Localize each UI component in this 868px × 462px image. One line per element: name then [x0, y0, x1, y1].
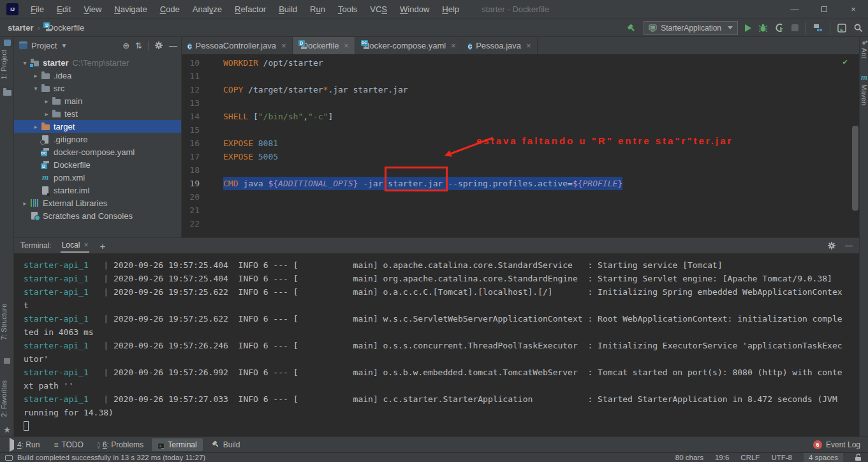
- search-everywhere-icon[interactable]: [853, 23, 863, 33]
- tree-collapsed-icon[interactable]: ▸: [31, 72, 40, 79]
- tree-item-main[interactable]: ▸main: [14, 94, 181, 107]
- tool-button-favorites[interactable]: 2: Favorites: [0, 380, 13, 417]
- menu-item-analyze[interactable]: Analyze: [187, 2, 228, 17]
- status-item-crlf[interactable]: CRLF: [740, 454, 760, 461]
- tool-button-maven[interactable]: Maven: [860, 84, 868, 105]
- breadcrumb-project[interactable]: starter: [8, 23, 33, 33]
- menu-item-run[interactable]: Run: [304, 2, 331, 17]
- editor[interactable]: 10111213141516171819202122 WORKDIR /opt/…: [182, 54, 859, 237]
- status-item-4-spaces[interactable]: 4 spaces: [804, 453, 843, 462]
- new-session-button[interactable]: +: [99, 241, 105, 251]
- annotation-text: estava faltando u "R" entre sta"r"ter.ja…: [476, 135, 733, 147]
- status-item-80-chars[interactable]: 80 chars: [675, 454, 703, 461]
- tree-item-starter[interactable]: ▾starterC:\Temp\starter: [14, 56, 181, 69]
- menu-item-code[interactable]: Code: [154, 2, 186, 17]
- bottom-tab-build[interactable]: Build: [205, 438, 246, 452]
- menu-item-help[interactable]: Help: [436, 2, 465, 17]
- unlocked-padlock-icon[interactable]: [855, 453, 862, 462]
- bottom-tab-6-problems[interactable]: !6: Problems: [92, 438, 149, 451]
- project-structure-icon[interactable]: [813, 23, 823, 33]
- run-with-coverage-button[interactable]: [775, 23, 784, 33]
- stop-button[interactable]: [791, 24, 798, 31]
- code-token: CMD: [223, 179, 238, 188]
- status-item-utf-8[interactable]: UTF-8: [771, 454, 792, 461]
- project-panel-title[interactable]: Project: [31, 41, 57, 50]
- run-tool-window-icon[interactable]: [837, 24, 846, 33]
- bottom-tab-terminal[interactable]: ›_Terminal: [152, 438, 203, 451]
- bottom-tab-label: Build: [223, 440, 240, 449]
- chevron-down-icon[interactable]: ▼: [61, 42, 67, 49]
- editor-scrollbar[interactable]: [852, 126, 858, 211]
- menu-item-view[interactable]: View: [78, 2, 107, 17]
- tree-item-dockerfile[interactable]: DDockerfile: [14, 158, 181, 171]
- build-hammer-icon[interactable]: [626, 23, 636, 33]
- tree-item-pom-xml[interactable]: mpom.xml: [14, 171, 181, 184]
- locate-file-icon[interactable]: ⊕: [122, 41, 129, 50]
- menu-item-window[interactable]: Window: [394, 2, 435, 17]
- tree-item-target[interactable]: ▸target: [14, 120, 181, 133]
- menu-item-refactor[interactable]: Refactor: [229, 2, 272, 17]
- toolwindow-toggle-icon[interactable]: [5, 455, 13, 461]
- run-button[interactable]: [745, 24, 751, 32]
- terminal-cursor[interactable]: [24, 421, 29, 431]
- minimize-button[interactable]: —: [780, 0, 809, 19]
- debug-button[interactable]: [758, 23, 768, 33]
- terminal-output[interactable]: starter-api_1 | 2020-09-26 19:57:25.404 …: [14, 253, 859, 436]
- collapse-all-icon[interactable]: ⇅: [135, 41, 142, 50]
- tree-collapsed-icon[interactable]: ▸: [31, 123, 40, 130]
- inspections-ok-icon[interactable]: ✔: [842, 55, 848, 68]
- hide-panel-icon[interactable]: —: [845, 241, 853, 250]
- tree-item-gitignore[interactable]: .gitignore: [14, 133, 181, 145]
- tree-item-idea[interactable]: ▸.idea: [14, 69, 181, 82]
- tool-button-project[interactable]: 1: Project: [0, 50, 13, 79]
- structure-icon[interactable]: [3, 357, 11, 365]
- menu-item-vcs[interactable]: VCS: [364, 2, 393, 17]
- run-configuration-select[interactable]: StarterApplication: [644, 21, 738, 35]
- tree-item-external-libraries[interactable]: ▸External Libraries: [14, 197, 181, 209]
- tree-collapsed-icon[interactable]: ▸: [20, 200, 29, 207]
- bottom-tab-4-run[interactable]: 4: Run: [4, 438, 45, 451]
- status-item-19-6[interactable]: 19:6: [715, 454, 729, 461]
- tree-item-starter-iml[interactable]: starter.iml: [14, 184, 181, 197]
- tree-item-src[interactable]: ▾src: [14, 82, 181, 94]
- tool-button-structure[interactable]: 7: Structure: [0, 304, 13, 340]
- ant-icon[interactable]: [860, 39, 868, 47]
- close-icon[interactable]: ×: [84, 241, 88, 250]
- bottom-tab-todo[interactable]: ≡TODO: [48, 438, 89, 451]
- menu-item-navigate[interactable]: Navigate: [108, 2, 152, 17]
- editor-tab-docker-compose-yaml[interactable]: DCdocker-compose.yaml×: [355, 37, 462, 54]
- menu-item-edit[interactable]: Edit: [51, 2, 77, 17]
- menu-item-tools[interactable]: Tools: [332, 2, 363, 17]
- close-icon[interactable]: ×: [526, 41, 531, 50]
- project-tool-icon[interactable]: [3, 40, 11, 47]
- editor-tab-pessoacontroller-java[interactable]: CPessoaController.java×: [182, 37, 293, 54]
- close-button[interactable]: ×: [839, 0, 868, 19]
- breadcrumb-file[interactable]: Dockerfile: [47, 23, 84, 33]
- star-icon[interactable]: ★: [3, 425, 11, 435]
- tree-expanded-icon[interactable]: ▾: [20, 59, 29, 66]
- tree-item-scratches-and-consoles[interactable]: Scratches and Consoles: [14, 209, 181, 222]
- close-icon[interactable]: ×: [281, 41, 286, 50]
- hide-panel-icon[interactable]: —: [169, 41, 177, 50]
- close-icon[interactable]: ×: [344, 41, 349, 50]
- tree-collapsed-icon[interactable]: ▸: [42, 98, 51, 105]
- libraries-icon: [29, 199, 40, 207]
- menu-item-file[interactable]: File: [25, 2, 50, 17]
- terminal-tab-local[interactable]: Local ×: [61, 239, 90, 253]
- gear-icon[interactable]: [154, 41, 163, 50]
- tree-collapsed-icon[interactable]: ▸: [42, 110, 51, 117]
- tree-item-docker-compose-yaml[interactable]: DCdocker-compose.yaml: [14, 145, 181, 158]
- event-log-button[interactable]: 6 Event Log: [813, 440, 864, 449]
- maximize-button[interactable]: [809, 0, 839, 19]
- tool-button-ant[interactable]: Ant: [860, 48, 868, 59]
- editor-tab-pessoa-java[interactable]: CPessoa.java×: [462, 37, 538, 54]
- editor-tab-dockerfile[interactable]: DDockerfile×: [293, 37, 355, 54]
- event-log-badge: 6: [813, 440, 822, 449]
- tree-item-test[interactable]: ▸test: [14, 107, 181, 120]
- close-icon[interactable]: ×: [451, 41, 456, 50]
- tree-expanded-icon[interactable]: ▾: [31, 85, 40, 92]
- folder-icon[interactable]: [3, 88, 11, 97]
- maven-icon[interactable]: m: [860, 73, 868, 82]
- menu-item-build[interactable]: Build: [273, 2, 303, 17]
- gear-icon[interactable]: [827, 241, 836, 250]
